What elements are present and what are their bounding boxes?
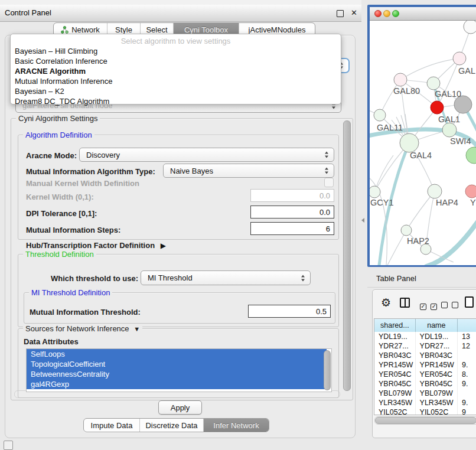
which-threshold-label: Which threshold to use: bbox=[51, 274, 138, 283]
combo-spinner-icon bbox=[325, 152, 329, 158]
sources-title-toggle[interactable]: Sources for Network Inference ▼ bbox=[23, 324, 142, 333]
popup-item-basic-correlation[interactable]: Basic Correlation Inference bbox=[11, 56, 341, 66]
control-panel-titlebar: Control Panel ✕ bbox=[0, 5, 361, 22]
table-row[interactable]: YDR27... YDR27... 12 bbox=[374, 341, 476, 351]
cell bbox=[458, 389, 476, 398]
table-panel-body: ⚙ ✓ ✓ shared... name YDL19... Y bbox=[372, 289, 476, 438]
settings-vertical-scrollbar[interactable] bbox=[343, 120, 351, 391]
cell: YBR045C bbox=[374, 379, 416, 389]
cell: YDL19... bbox=[374, 332, 416, 341]
list-item-gal4rgexp[interactable]: gal4RGexp bbox=[27, 379, 327, 389]
columns-icon[interactable] bbox=[400, 298, 410, 308]
cell: YDR27... bbox=[416, 341, 458, 351]
dpi-tolerance-input[interactable]: 0.0 bbox=[250, 206, 334, 219]
hub-definition-toggle[interactable]: Hub/Transcription Factor Definition ▶ bbox=[26, 241, 166, 250]
node-label: GCY1 bbox=[370, 198, 394, 207]
cell: YER054C bbox=[374, 370, 416, 379]
list-item-topologicalcoefficient[interactable]: TopologicalCoefficient bbox=[27, 359, 327, 369]
mi-threshold-input[interactable]: 0.5 bbox=[248, 305, 331, 318]
network-window-titlebar[interactable] bbox=[370, 7, 476, 21]
network-canvas[interactable]: GAL GAL80 GAL10 GAL1 GAL11 SWI4 GAL4 GCY… bbox=[370, 21, 476, 265]
aracne-mode-combo[interactable]: Discovery bbox=[79, 148, 334, 162]
tab-impute-data[interactable]: Impute Data bbox=[84, 419, 139, 432]
node-gal10 bbox=[427, 77, 440, 90]
close-icon[interactable]: ✕ bbox=[351, 5, 357, 21]
float-icon[interactable] bbox=[337, 10, 344, 17]
apply-button[interactable]: Apply bbox=[158, 400, 202, 415]
table-row[interactable]: YLR345W YLR345W 9. bbox=[374, 398, 476, 407]
table-row[interactable]: YER054C YER054C 8. bbox=[374, 370, 476, 379]
edge bbox=[400, 58, 459, 80]
checked-box-icon: ✓ bbox=[431, 304, 437, 310]
dock-icon[interactable] bbox=[4, 441, 13, 450]
app-root: Control Panel ✕ Network Style Select bbox=[0, 0, 476, 450]
mi-steps-input[interactable]: 6 bbox=[250, 222, 334, 235]
popup-item-aracne[interactable]: ARACNE Algorithm bbox=[11, 66, 341, 76]
node bbox=[464, 21, 476, 34]
table-row[interactable]: YDL19... YDL19... 13 bbox=[374, 332, 476, 341]
node-label: GAL4 bbox=[410, 151, 432, 160]
cell: YBL079W bbox=[416, 389, 458, 398]
aracne-mode-label: Aracne Mode: bbox=[26, 151, 77, 160]
tab-infer-network[interactable]: Infer Network bbox=[203, 419, 269, 432]
columns-icon-divider bbox=[405, 299, 406, 306]
sources-title: Sources for Network Inference bbox=[25, 324, 129, 333]
collapse-down-icon: ▼ bbox=[133, 325, 140, 332]
cell bbox=[458, 351, 476, 360]
cell: 8. bbox=[458, 370, 476, 379]
network-icon bbox=[61, 26, 69, 34]
table-row[interactable]: YPR145W YPR145W 9. bbox=[374, 360, 476, 370]
unchecked-box-icon bbox=[452, 302, 458, 308]
mi-type-combo[interactable]: Naive Bayes bbox=[163, 164, 334, 178]
tab-select-label: Select bbox=[146, 25, 167, 34]
data-attributes-list[interactable]: SelfLoops TopologicalCoefficient Between… bbox=[26, 348, 332, 392]
network-view-window[interactable]: GAL GAL80 GAL10 GAL1 GAL11 SWI4 GAL4 GCY… bbox=[367, 5, 476, 267]
table-row[interactable]: YIL052C YIL052C 9 bbox=[374, 407, 476, 415]
column-header-partial[interactable] bbox=[458, 319, 476, 332]
minimize-traffic-light-icon[interactable] bbox=[383, 10, 390, 17]
which-threshold-combo[interactable]: MI Threshold bbox=[141, 270, 311, 285]
deselect-all-checkboxes-icon[interactable] bbox=[441, 300, 458, 311]
popup-item-bayesian-k2[interactable]: Bayesian – K2 bbox=[11, 86, 341, 96]
expand-right-icon: ▶ bbox=[161, 242, 166, 250]
node-label: SWI4 bbox=[450, 136, 471, 146]
kernel-width-input[interactable]: 0.0 bbox=[250, 189, 334, 202]
mi-steps-value: 6 bbox=[326, 224, 330, 233]
data-attributes-label: Data Attributes bbox=[24, 337, 79, 346]
popup-item-dream8[interactable]: Dream8 DC_TDC Algorithm bbox=[11, 96, 341, 106]
node-swi4 bbox=[442, 123, 457, 137]
list-item-betweennesscentrality[interactable]: BetweennessCentrality bbox=[27, 369, 327, 379]
node-label: GAL11 bbox=[377, 123, 403, 132]
table-toolbar: ⚙ ✓ ✓ bbox=[373, 294, 476, 316]
tab-discretize-data[interactable]: Discretize Data bbox=[139, 419, 203, 432]
column-header-shared-name[interactable]: shared... bbox=[374, 319, 416, 332]
table-row[interactable]: YBR045C YBR045C 9. bbox=[374, 379, 476, 389]
zoom-traffic-light-icon[interactable] bbox=[392, 10, 399, 17]
table-row[interactable]: YBR043C YBR043C bbox=[374, 351, 476, 360]
list-item-selfloops[interactable]: SelfLoops bbox=[27, 349, 327, 359]
splitter-handle-icon[interactable] bbox=[361, 218, 364, 223]
cell: YIL052C bbox=[374, 407, 416, 415]
select-all-checkboxes-icon[interactable]: ✓ ✓ bbox=[420, 300, 437, 311]
table-horizontal-scrollbar[interactable] bbox=[374, 416, 476, 425]
popup-item-bayesian-hill-climbing[interactable]: Bayesian – Hill Climbing bbox=[11, 46, 341, 56]
table-horizontal-scrollbar-thumb[interactable] bbox=[375, 417, 476, 424]
new-table-icon[interactable] bbox=[465, 296, 474, 308]
panel-title: Control Panel bbox=[5, 5, 51, 21]
edge bbox=[387, 230, 406, 265]
cell: 12 bbox=[458, 341, 476, 351]
column-header-name[interactable]: name bbox=[416, 319, 458, 332]
cell: YBR043C bbox=[416, 351, 458, 360]
tab-cyni-toolbox-label: Cyni Toolbox bbox=[184, 25, 228, 34]
tab-jactivemnodules-label: jActiveMNodules bbox=[249, 25, 306, 34]
list-vertical-scrollbar[interactable] bbox=[324, 350, 331, 390]
mi-type-label: Mutual Information Algorithm Type: bbox=[26, 167, 155, 176]
gear-icon[interactable]: ⚙ bbox=[381, 296, 391, 309]
cell: YPR145W bbox=[416, 360, 458, 370]
popup-item-mutual-information[interactable]: Mutual Information Inference bbox=[11, 76, 341, 86]
close-traffic-light-icon[interactable] bbox=[374, 10, 382, 17]
table-row[interactable]: YBL079W YBL079W bbox=[374, 389, 476, 398]
node-label: GAL1 bbox=[438, 115, 460, 124]
settings-group-title: Cyni Algorithm Settings bbox=[16, 114, 100, 123]
manual-kernel-checkbox[interactable] bbox=[324, 178, 334, 187]
